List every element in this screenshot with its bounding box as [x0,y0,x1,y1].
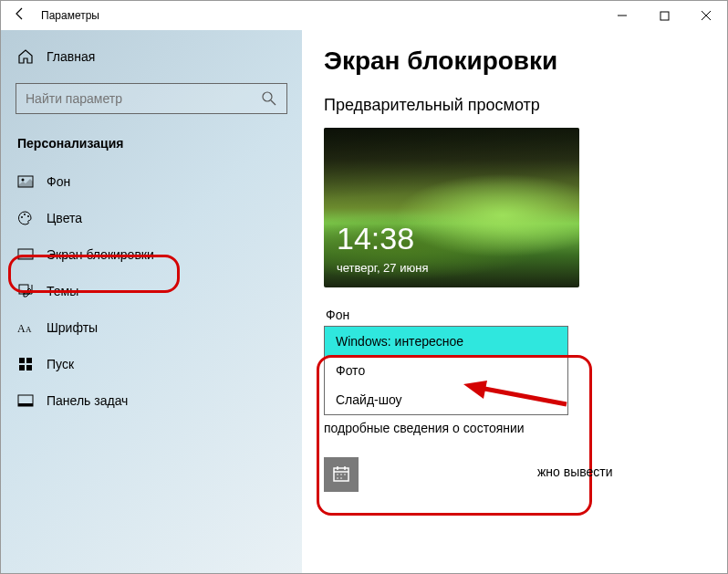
palette-icon [17,210,34,226]
sidebar: Главная Персонализация Фон Цвета Экран б… [1,30,302,573]
sidebar-item-label: Цвета [47,211,82,225]
background-dropdown[interactable]: Windows: интересное Фото Слайд-шоу [324,326,568,415]
svg-point-24 [337,474,338,475]
settings-window: Параметры Главная Пер [0,0,728,574]
dropdown-option-photo[interactable]: Фото [325,356,567,385]
sidebar-item-taskbar[interactable]: Панель задач [1,382,302,419]
svg-line-3 [271,100,276,105]
sidebar-item-label: Шрифты [47,320,98,335]
svg-point-27 [337,477,338,479]
svg-rect-17 [26,365,32,370]
preview-label: Предварительный просмотр [324,96,705,115]
window-title: Параметры [41,9,99,22]
sidebar-item-colors[interactable]: Цвета [1,200,302,236]
dropdown-option-spotlight[interactable]: Windows: интересное [325,327,567,356]
content-pane: Экран блокировки Предварительный просмот… [302,30,727,573]
picture-icon [17,173,34,190]
sidebar-item-start[interactable]: Пуск [1,346,302,382]
svg-point-25 [340,474,342,475]
calendar-icon [332,464,350,485]
titlebar: Параметры [1,1,727,30]
svg-rect-10 [18,256,33,259]
preview-date: четверг, 27 июня [337,261,428,275]
search-icon [261,90,277,107]
sidebar-item-label: Пуск [47,357,74,371]
svg-rect-14 [19,358,25,363]
dropdown-option-slideshow[interactable]: Слайд-шоу [325,385,567,414]
page-title: Экран блокировки [324,47,705,76]
sidebar-item-themes[interactable]: Темы [1,273,302,309]
svg-text:A: A [26,325,32,334]
status-hint: подробные сведения о состоянии [324,421,705,435]
preview-clock: 14:38 [337,221,414,256]
category-label: Персонализация [1,130,302,163]
sidebar-item-label: Темы [47,284,78,298]
calendar-app-button[interactable] [324,457,359,492]
sidebar-item-lockscreen[interactable]: Экран блокировки [1,236,302,273]
themes-icon [17,283,34,299]
background-label: Фон [324,308,705,322]
maximize-button[interactable] [643,1,685,30]
svg-rect-19 [18,403,33,406]
svg-point-26 [344,474,346,475]
home-icon [17,48,34,65]
search-box[interactable] [16,83,287,114]
svg-text:A: A [17,322,26,335]
back-button[interactable] [6,6,34,25]
fonts-icon: AA [17,319,34,336]
partial-text: жно вывести [537,464,613,479]
minimize-button[interactable] [601,1,643,30]
svg-point-2 [263,92,272,101]
home-label: Главная [47,49,95,64]
start-icon [17,356,34,372]
svg-point-7 [24,214,26,215]
lockscreen-icon [17,246,34,263]
svg-point-28 [340,477,342,479]
close-button[interactable] [685,1,727,30]
search-input[interactable] [26,91,261,106]
svg-point-8 [27,215,29,217]
svg-rect-15 [26,358,32,363]
sidebar-item-label: Экран блокировки [47,247,154,262]
svg-point-5 [22,179,25,182]
sidebar-item-background[interactable]: Фон [1,163,302,200]
lockscreen-preview: 14:38 четверг, 27 июня [324,128,579,287]
sidebar-item-fonts[interactable]: AA Шрифты [1,309,302,346]
sidebar-item-label: Фон [47,174,70,189]
sidebar-item-label: Панель задач [47,393,128,408]
svg-point-6 [21,216,23,218]
svg-rect-1 [660,12,669,20]
svg-rect-11 [19,285,28,294]
svg-rect-16 [19,365,25,370]
taskbar-icon [17,392,34,409]
home-nav[interactable]: Главная [1,39,302,74]
